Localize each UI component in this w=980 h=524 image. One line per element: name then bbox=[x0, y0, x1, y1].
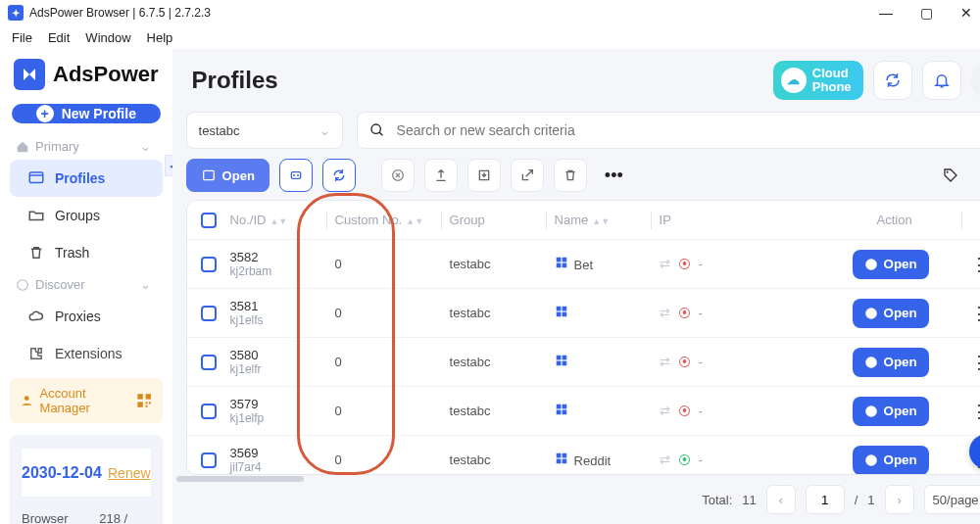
menu-edit[interactable]: Edit bbox=[42, 28, 75, 47]
row-checkbox[interactable] bbox=[201, 453, 217, 468]
row-more-button[interactable]: ⋮ bbox=[970, 353, 980, 372]
table-row[interactable]: 3579kj1elfp0testabc⇄⦿-Open⋮ bbox=[187, 387, 980, 436]
select-all-checkbox[interactable] bbox=[201, 213, 217, 228]
svg-rect-36 bbox=[556, 356, 561, 360]
svg-rect-26 bbox=[556, 263, 561, 268]
window-close-button[interactable]: ✕ bbox=[960, 5, 972, 21]
sidebar-item-profiles[interactable]: Profiles bbox=[10, 160, 163, 197]
section-primary[interactable]: Primary ⌄ bbox=[0, 133, 172, 160]
column-ip[interactable]: IP bbox=[660, 213, 836, 227]
svg-point-47 bbox=[868, 408, 873, 413]
qr-icon bbox=[136, 392, 152, 409]
group-select[interactable]: testabc ⌄ bbox=[186, 112, 343, 149]
svg-rect-32 bbox=[556, 312, 561, 317]
menu-help[interactable]: Help bbox=[141, 28, 179, 47]
avatar-button[interactable] bbox=[971, 61, 980, 100]
table-row[interactable]: 3580kj1elfr0testabc⇄⦿-Open⋮ bbox=[187, 338, 980, 387]
search-box[interactable] bbox=[357, 112, 980, 149]
row-id: 3582 bbox=[230, 250, 318, 265]
page-input[interactable] bbox=[806, 485, 845, 514]
profiles-icon bbox=[27, 169, 45, 187]
row-custom-no: 0 bbox=[335, 257, 433, 271]
row-subid: kj1elfp bbox=[230, 411, 318, 425]
svg-rect-0 bbox=[29, 172, 43, 183]
search-input[interactable] bbox=[395, 121, 970, 139]
section-discover[interactable]: Discover ⌄ bbox=[0, 271, 172, 298]
svg-point-1 bbox=[18, 279, 28, 290]
sidebar-item-proxies[interactable]: Proxies bbox=[10, 298, 163, 335]
reload-button[interactable] bbox=[977, 159, 980, 192]
row-open-button[interactable]: Open bbox=[853, 446, 929, 475]
close-selected-button[interactable] bbox=[381, 159, 415, 192]
row-subid: kj1elfr bbox=[230, 362, 318, 376]
windows-icon bbox=[555, 403, 568, 416]
tags-button[interactable] bbox=[934, 159, 967, 192]
column-group[interactable]: Group bbox=[450, 213, 538, 227]
row-custom-no: 0 bbox=[335, 355, 433, 369]
share-button[interactable] bbox=[511, 159, 544, 192]
row-checkbox[interactable] bbox=[201, 306, 217, 321]
row-more-button[interactable]: ⋮ bbox=[970, 304, 980, 323]
horizontal-scrollbar[interactable] bbox=[176, 476, 304, 482]
prev-page-button[interactable]: ‹ bbox=[766, 485, 796, 514]
row-open-button[interactable]: Open bbox=[853, 397, 929, 426]
brand-name: AdsPower bbox=[53, 62, 159, 87]
row-checkbox[interactable] bbox=[201, 355, 217, 370]
row-group: testabc bbox=[450, 404, 538, 418]
new-profile-button[interactable]: + New Profile bbox=[12, 104, 161, 123]
swap-icon: ⇄ bbox=[660, 404, 670, 418]
column-name[interactable]: Name▲▼ bbox=[555, 213, 643, 227]
menu-window[interactable]: Window bbox=[79, 28, 136, 47]
total-label: Total: bbox=[702, 493, 732, 507]
row-checkbox[interactable] bbox=[201, 404, 217, 419]
row-group: testabc bbox=[450, 306, 538, 320]
sidebar-item-groups[interactable]: Groups bbox=[10, 197, 163, 234]
table-header: No./ID▲▼ Custom No.▲▼ Group Name▲▼ IP Ac… bbox=[187, 201, 980, 240]
window-title: AdsPower Browser | 6.7.5 | 2.7.2.3 bbox=[29, 6, 211, 20]
account-manager-button[interactable]: Account Manager bbox=[10, 378, 163, 423]
rpa-button[interactable] bbox=[279, 159, 313, 192]
row-open-button[interactable]: Open bbox=[853, 348, 929, 377]
window-minimize-button[interactable]: — bbox=[879, 5, 893, 21]
svg-rect-3 bbox=[138, 394, 143, 399]
bell-icon bbox=[933, 71, 951, 89]
column-custom[interactable]: Custom No.▲▼ bbox=[335, 213, 433, 227]
column-id[interactable]: No./ID▲▼ bbox=[230, 213, 318, 227]
svg-rect-30 bbox=[556, 307, 561, 311]
row-more-button[interactable]: ⋮ bbox=[970, 402, 980, 421]
svg-rect-5 bbox=[138, 402, 143, 406]
row-open-button[interactable]: Open bbox=[853, 250, 929, 279]
row-more-button[interactable]: ⋮ bbox=[970, 255, 980, 274]
menu-file[interactable]: File bbox=[6, 28, 38, 47]
row-custom-no: 0 bbox=[335, 404, 433, 418]
open-selected-button[interactable]: Open bbox=[186, 159, 270, 192]
refresh-proxies-button[interactable] bbox=[322, 159, 356, 192]
row-custom-no: 0 bbox=[335, 453, 433, 467]
table-row[interactable]: 3582kj2rbam0testabcBet⇄⦿-Open⋮ bbox=[187, 240, 980, 289]
table-row[interactable]: 3569jil7ar40testabcReddit⇄⦿-Open⋮ bbox=[187, 436, 980, 475]
renew-link[interactable]: Renew bbox=[108, 465, 151, 481]
sidebar-item-extensions[interactable]: Extensions bbox=[10, 335, 163, 372]
table-row[interactable]: 3581kj1elfs0testabc⇄⦿-Open⋮ bbox=[187, 289, 980, 338]
next-page-button[interactable]: › bbox=[885, 485, 914, 514]
column-settings-button[interactable] bbox=[970, 213, 980, 228]
delete-button[interactable] bbox=[554, 159, 587, 192]
more-actions-button[interactable]: ••• bbox=[597, 159, 631, 192]
svg-rect-50 bbox=[556, 459, 561, 464]
row-checkbox[interactable] bbox=[201, 257, 217, 272]
row-group: testabc bbox=[450, 355, 538, 369]
per-page-select[interactable]: 50/page ⌄ bbox=[924, 485, 980, 514]
row-id: 3579 bbox=[230, 397, 318, 412]
import-button[interactable] bbox=[467, 159, 501, 192]
notifications-button[interactable] bbox=[922, 61, 961, 100]
windows-icon bbox=[555, 256, 568, 269]
svg-point-53 bbox=[868, 457, 873, 462]
window-icon bbox=[201, 167, 217, 183]
cloud-phone-button[interactable]: ☁ CloudPhone bbox=[773, 61, 863, 100]
row-open-button[interactable]: Open bbox=[853, 299, 929, 328]
sidebar-item-trash[interactable]: Trash bbox=[10, 234, 163, 271]
window-maximize-button[interactable]: ▢ bbox=[920, 5, 933, 21]
svg-point-2 bbox=[24, 396, 29, 401]
sync-button[interactable] bbox=[873, 61, 912, 100]
export-button[interactable] bbox=[424, 159, 458, 192]
